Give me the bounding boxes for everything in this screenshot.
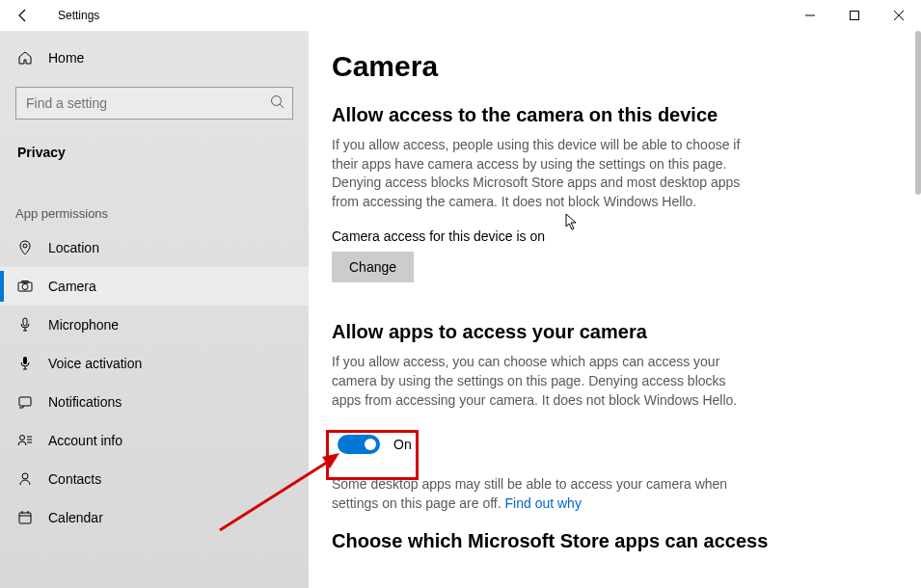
change-button[interactable]: Change (332, 252, 414, 282)
sidebar-item-label: Camera (48, 279, 96, 294)
svg-rect-9 (23, 318, 27, 326)
section2-body: If you allow access, you can choose whic… (332, 353, 756, 410)
contacts-icon (15, 471, 35, 487)
arrow-left-icon (15, 8, 31, 23)
sidebar-item-calendar[interactable]: Calendar (0, 498, 309, 537)
section1-body: If you allow access, people using this d… (332, 136, 756, 211)
sidebar-item-contacts[interactable]: Contacts (0, 460, 309, 498)
desktop-note: Some desktop apps may still be able to a… (332, 475, 756, 513)
section3-heading: Choose which Microsoft Store apps can ac… (332, 530, 921, 552)
minimize-icon (805, 11, 815, 20)
close-button[interactable] (877, 0, 921, 31)
sidebar-item-account-info[interactable]: Account info (0, 421, 309, 460)
camera-toggle-row: On (332, 427, 921, 462)
scrollbar[interactable] (915, 31, 921, 195)
sidebar-item-label: Microphone (48, 317, 119, 333)
content-area: Camera Allow access to the camera on thi… (309, 31, 921, 588)
minimize-button[interactable] (788, 0, 832, 31)
search-icon (270, 94, 285, 114)
svg-rect-14 (19, 513, 31, 523)
home-icon (15, 50, 35, 66)
sidebar-item-label: Contacts (48, 471, 101, 487)
sidebar-item-notifications[interactable]: Notifications (0, 383, 309, 421)
toggle-knob (365, 439, 376, 450)
sidebar-item-location[interactable]: Location (0, 228, 309, 267)
svg-point-12 (20, 436, 25, 441)
sidebar-item-label: Notifications (48, 394, 122, 410)
find-out-why-link[interactable]: Find out why (505, 495, 582, 511)
sidebar-item-label: Account info (48, 433, 122, 448)
window-title: Settings (58, 9, 99, 22)
sidebar-item-microphone[interactable]: Microphone (0, 306, 309, 344)
home-nav[interactable]: Home (0, 40, 309, 75)
category-label: Privacy (0, 131, 309, 174)
voice-icon (15, 356, 35, 371)
close-icon (894, 11, 904, 20)
location-icon (15, 240, 35, 255)
camera-icon (15, 279, 35, 294)
window-controls (788, 0, 921, 31)
titlebar: Settings (0, 0, 921, 31)
device-status: Camera access for this device is on (332, 228, 921, 244)
microphone-icon (15, 317, 35, 333)
notifications-icon (15, 394, 35, 410)
svg-rect-1 (851, 12, 859, 20)
svg-point-7 (22, 284, 28, 290)
home-label: Home (48, 50, 84, 66)
section2-heading: Allow apps to access your camera (332, 321, 921, 343)
page-title: Camera (332, 50, 921, 83)
sidebar-item-label: Voice activation (48, 356, 142, 371)
maximize-button[interactable] (832, 0, 877, 31)
search-input[interactable] (15, 87, 293, 120)
toggle-state-label: On (393, 437, 412, 452)
search-box (15, 87, 293, 120)
sidebar-item-label: Calendar (48, 510, 103, 525)
sidebar-item-voice-activation[interactable]: Voice activation (0, 344, 309, 383)
svg-rect-10 (23, 357, 27, 364)
svg-rect-11 (19, 397, 31, 406)
svg-point-13 (22, 473, 28, 479)
sidebar: Home Privacy App permissions Location Ca… (0, 31, 309, 588)
back-button[interactable] (0, 0, 46, 31)
section1-heading: Allow access to the camera on this devic… (332, 104, 921, 126)
calendar-icon (15, 510, 35, 525)
account-icon (15, 433, 35, 448)
sidebar-item-camera[interactable]: Camera (0, 267, 309, 306)
maximize-icon (850, 11, 859, 20)
svg-line-5 (280, 104, 284, 108)
sidebar-item-label: Location (48, 240, 99, 255)
camera-toggle[interactable] (338, 435, 380, 454)
section-label: App permissions (0, 197, 309, 228)
